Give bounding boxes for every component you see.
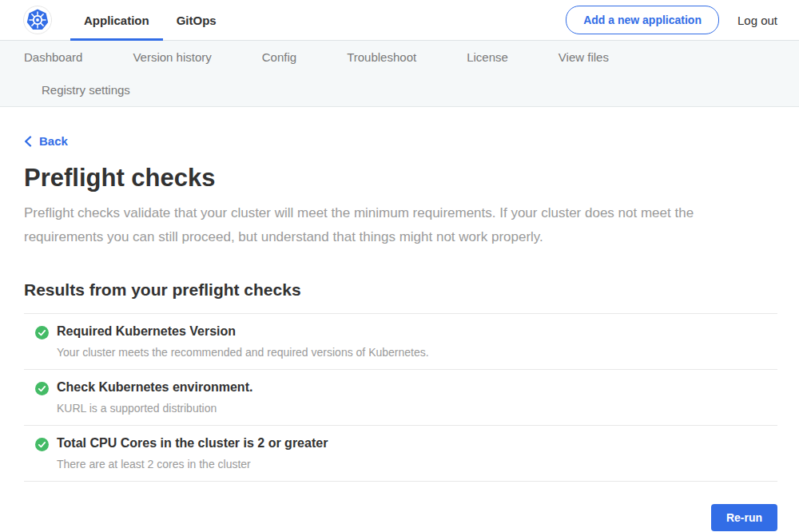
check-content: Total CPU Cores in the cluster is 2 or g… — [57, 436, 328, 470]
tab-application[interactable]: Application — [70, 0, 163, 41]
kubernetes-logo-icon — [23, 6, 52, 34]
main-content: Back Preflight checks Preflight checks v… — [0, 107, 799, 531]
back-link-label: Back — [39, 134, 68, 148]
check-title: Required Kubernetes Version — [57, 324, 429, 339]
check-title: Check Kubernetes environment. — [57, 380, 252, 395]
app-subnav: Dashboard Version history Config Trouble… — [0, 41, 799, 107]
preflight-check-row: Required Kubernetes Version Your cluster… — [24, 314, 777, 370]
preflight-results-list: Required Kubernetes Version Your cluster… — [24, 313, 777, 482]
subnav-item-dashboard[interactable]: Dashboard — [24, 50, 82, 64]
subnav-item-troubleshoot[interactable]: Troubleshoot — [347, 50, 416, 64]
preflight-check-row: Total CPU Cores in the cluster is 2 or g… — [24, 426, 777, 482]
back-link[interactable]: Back — [24, 134, 68, 148]
tab-gitops[interactable]: GitOps — [163, 0, 230, 41]
rerun-button[interactable]: Re-run — [711, 504, 777, 531]
footer-actions: Re-run — [24, 504, 777, 531]
preflight-check-row: Check Kubernetes environment. KURL is a … — [24, 370, 777, 426]
subnav-item-config[interactable]: Config — [262, 50, 296, 64]
check-message: KURL is a supported distribution — [57, 402, 252, 415]
kubernetes-logo[interactable] — [22, 5, 53, 35]
top-header: Application GitOps Add a new application… — [0, 0, 799, 41]
check-circle-icon — [35, 382, 49, 395]
check-content: Required Kubernetes Version Your cluster… — [57, 324, 429, 359]
subnav-item-registry-settings[interactable]: Registry settings — [42, 83, 130, 97]
check-content: Check Kubernetes environment. KURL is a … — [57, 380, 252, 415]
check-circle-icon — [35, 326, 49, 339]
add-new-application-button[interactable]: Add a new application — [566, 6, 719, 34]
header-tabs: Application GitOps — [70, 0, 230, 41]
results-heading: Results from your preflight checks — [24, 280, 777, 300]
check-message: Your cluster meets the recommended and r… — [57, 346, 429, 359]
subnav-item-view-files[interactable]: View files — [559, 50, 609, 64]
check-title: Total CPU Cores in the cluster is 2 or g… — [57, 436, 328, 451]
subnav-row-1: Dashboard Version history Config Trouble… — [24, 41, 775, 73]
subnav-row-2: Registry settings — [24, 73, 775, 106]
header-right: Add a new application Log out — [566, 6, 777, 34]
check-circle-icon — [35, 438, 49, 451]
page-description: Preflight checks validate that your clus… — [24, 201, 755, 249]
subnav-item-version-history[interactable]: Version history — [133, 50, 211, 64]
check-message: There are at least 2 cores in the cluste… — [57, 458, 328, 470]
page-title: Preflight checks — [24, 164, 777, 193]
logout-link[interactable]: Log out — [737, 14, 777, 27]
subnav-item-license[interactable]: License — [467, 50, 508, 64]
chevron-left-icon — [24, 136, 32, 147]
